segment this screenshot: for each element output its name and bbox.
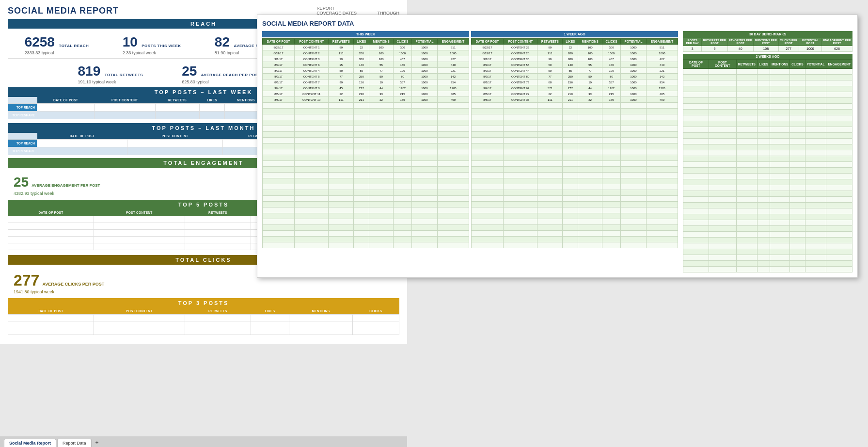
cell: 1000 <box>620 97 646 103</box>
tab-bar: Social Media Report Report Data + <box>0 436 407 447</box>
cell <box>504 178 537 184</box>
cell <box>790 139 805 144</box>
table-row <box>683 104 852 110</box>
cell: 1000 <box>602 50 621 56</box>
tab-report-data[interactable]: Report Data <box>57 439 92 447</box>
cell <box>805 104 826 110</box>
cell <box>736 144 757 150</box>
cell <box>647 190 678 196</box>
cell <box>504 173 537 178</box>
cell <box>537 202 563 208</box>
cell <box>647 242 678 248</box>
cell <box>757 203 770 208</box>
cell <box>263 120 295 126</box>
cell <box>578 120 602 126</box>
cell <box>295 178 329 184</box>
cell <box>709 69 736 75</box>
cell <box>757 191 770 197</box>
cell <box>736 191 757 197</box>
table-row <box>683 127 852 133</box>
cell <box>620 231 646 237</box>
cell: 50 <box>369 74 394 80</box>
cell <box>770 162 790 168</box>
cell <box>602 219 621 225</box>
cell <box>578 231 602 237</box>
avg-engagement-value: 25 <box>14 175 29 190</box>
cell <box>736 243 757 249</box>
cell <box>94 328 185 335</box>
cell <box>295 138 329 144</box>
cell <box>329 120 354 126</box>
cell <box>805 69 826 75</box>
cell <box>438 173 469 178</box>
cell <box>757 121 770 127</box>
cell <box>411 178 437 184</box>
cell: 1000 <box>799 46 821 52</box>
cell <box>805 261 826 267</box>
cell <box>411 242 437 248</box>
cell <box>199 112 225 119</box>
cell: 1205 <box>647 85 678 91</box>
avg-engagement-label: AVERAGE ENGAGEMENT PER POST <box>32 183 100 188</box>
cell <box>736 261 757 267</box>
cell <box>736 110 757 115</box>
cell: CONTENT 80 <box>504 74 537 80</box>
cell <box>736 162 757 168</box>
cell <box>683 92 709 98</box>
col-content-t5: POST CONTENT <box>94 209 185 216</box>
cell: 8/22/17 <box>263 45 295 50</box>
cell: 100 <box>578 50 602 56</box>
cell: CONTENT 4 <box>295 68 329 74</box>
table-row: 8/31/17CONTENT 25111200100100010001000 <box>472 50 678 56</box>
avg-reach-typical: 625.80 typical <box>182 80 261 84</box>
cell: 22 <box>563 45 578 50</box>
cell <box>770 203 790 208</box>
cell <box>578 161 602 167</box>
cell <box>504 190 537 196</box>
cell <box>369 109 394 114</box>
cell: 211 <box>354 97 369 103</box>
tab-social-media-report[interactable]: Social Media Report <box>4 439 56 447</box>
cell <box>37 147 127 155</box>
cell <box>709 197 736 203</box>
cell <box>602 237 621 242</box>
table-row <box>683 179 852 185</box>
cell <box>790 191 805 197</box>
cell <box>504 167 537 173</box>
cell <box>263 155 295 161</box>
cell: 140 <box>354 62 369 68</box>
cell <box>736 133 757 139</box>
cell <box>683 127 709 133</box>
col-mn-tw: MENTIONS <box>369 39 394 45</box>
cell <box>438 138 469 144</box>
add-tab-button[interactable]: + <box>93 438 102 447</box>
table-row: 8/3/17CONTENT 799156103571000954 <box>263 80 469 85</box>
cell <box>790 150 805 156</box>
cell <box>620 237 646 242</box>
cell <box>805 75 826 80</box>
cell <box>770 110 790 115</box>
cell <box>94 321 185 328</box>
cell: 1000 <box>647 50 678 56</box>
col-content-1w: POST CONTENT <box>504 39 537 45</box>
cell <box>770 220 790 226</box>
cell <box>770 174 790 179</box>
cell <box>354 173 369 178</box>
cell <box>354 161 369 167</box>
cell <box>438 190 469 196</box>
cell: 1000 <box>620 91 646 97</box>
cell <box>683 115 709 121</box>
table-row <box>683 238 852 243</box>
cell <box>805 208 826 214</box>
cell: 8/5/17 <box>472 97 504 103</box>
cell: 1000 <box>620 62 646 68</box>
cell <box>263 202 295 208</box>
cell: 210 <box>354 91 369 97</box>
cell <box>504 114 537 120</box>
cell <box>683 133 709 139</box>
cell: 150 <box>602 62 621 68</box>
cell <box>295 190 329 196</box>
cell <box>438 144 469 149</box>
cell <box>578 237 602 242</box>
cell <box>770 139 790 144</box>
